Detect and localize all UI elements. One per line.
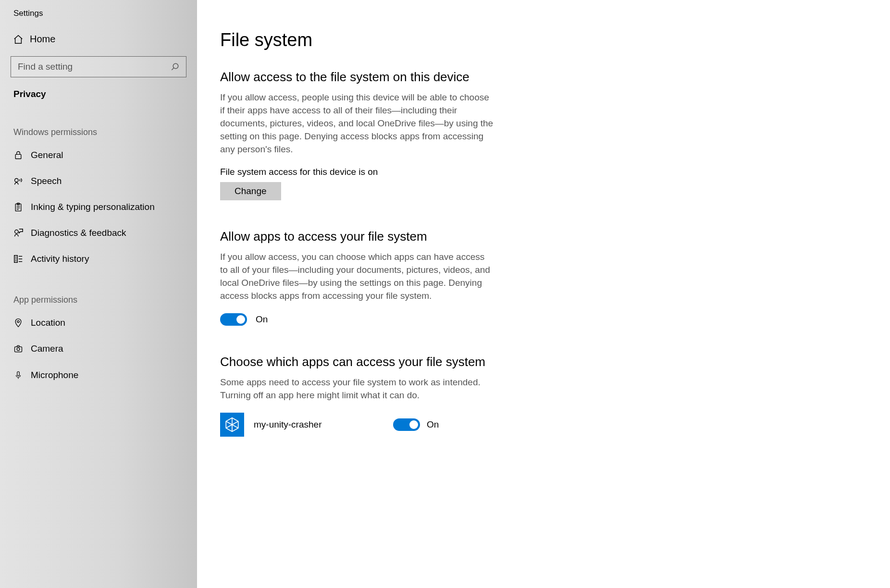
sidebar-item-label: Camera xyxy=(31,343,63,354)
speech-icon xyxy=(11,176,26,186)
section-desc: If you allow access, you can choose whic… xyxy=(220,251,494,303)
sidebar-group-windows-permissions: Windows permissions xyxy=(0,104,197,142)
search-input[interactable] xyxy=(18,61,155,72)
app-toggle[interactable] xyxy=(393,418,420,431)
microphone-icon xyxy=(11,369,26,381)
toggle-state-label: On xyxy=(256,314,268,325)
svg-point-17 xyxy=(17,320,19,322)
sidebar-item-diagnostics[interactable]: Diagnostics & feedback xyxy=(0,220,197,246)
svg-rect-20 xyxy=(17,372,20,376)
section-desc: If you allow access, people using this d… xyxy=(220,91,494,156)
svg-point-0 xyxy=(173,63,178,69)
sidebar-item-speech[interactable]: Speech xyxy=(0,168,197,194)
clipboard-icon xyxy=(11,202,26,212)
lock-icon xyxy=(11,150,26,160)
toggle-knob xyxy=(236,315,245,324)
section-allow-access-device: Allow access to the file system on this … xyxy=(220,70,871,200)
sidebar-item-activity-history[interactable]: Activity history xyxy=(0,246,197,272)
section-title: Allow apps to access your file system xyxy=(220,229,871,244)
sidebar-home-label: Home xyxy=(30,34,55,45)
unity-icon xyxy=(220,413,244,437)
change-button[interactable]: Change xyxy=(220,182,281,200)
sidebar-group-app-permissions: App permissions xyxy=(0,272,197,310)
activity-history-icon xyxy=(11,254,26,264)
app-row: my-unity-crasher On xyxy=(220,413,518,437)
window-title: Settings xyxy=(0,6,197,27)
sidebar-item-label: Microphone xyxy=(31,370,78,380)
sidebar-item-inking[interactable]: Inking & typing personalization xyxy=(0,194,197,220)
svg-point-9 xyxy=(15,230,18,233)
svg-rect-2 xyxy=(15,154,21,159)
search-input-wrap[interactable] xyxy=(11,56,186,77)
svg-point-19 xyxy=(17,348,20,351)
app-name: my-unity-crasher xyxy=(254,419,393,430)
section-choose-apps: Choose which apps can access your file s… xyxy=(220,355,871,437)
section-title: Choose which apps can access your file s… xyxy=(220,355,871,369)
home-icon xyxy=(11,34,26,45)
sidebar-item-label: General xyxy=(31,150,63,160)
section-title: Allow access to the file system on this … xyxy=(220,70,871,85)
svg-point-3 xyxy=(15,179,18,182)
sidebar-item-general[interactable]: General xyxy=(0,142,197,168)
sidebar-item-location[interactable]: Location xyxy=(0,310,197,336)
sidebar-current-section: Privacy xyxy=(0,86,197,104)
feedback-icon xyxy=(11,228,26,238)
page-title: File system xyxy=(220,30,871,50)
sidebar-item-label: Diagnostics & feedback xyxy=(31,228,126,238)
sidebar-item-label: Speech xyxy=(31,176,62,186)
sidebar-home[interactable]: Home xyxy=(0,27,197,51)
section-desc: Some apps need to access your file syste… xyxy=(220,376,494,402)
sidebar-item-label: Location xyxy=(31,318,65,328)
sidebar: Settings Home Privacy Windows pe xyxy=(0,0,197,588)
location-icon xyxy=(11,318,26,328)
toggle-knob xyxy=(409,420,418,429)
sidebar-item-microphone[interactable]: Microphone xyxy=(0,362,197,389)
app-toggle-state-label: On xyxy=(427,419,439,430)
camera-icon xyxy=(11,344,26,354)
sidebar-item-camera[interactable]: Camera xyxy=(0,336,197,362)
section-allow-apps-access: Allow apps to access your file system If… xyxy=(220,229,871,326)
svg-line-1 xyxy=(172,68,174,70)
sidebar-item-label: Inking & typing personalization xyxy=(31,202,155,212)
device-access-status: File system access for this device is on xyxy=(220,167,871,177)
main-content: File system Allow access to the file sys… xyxy=(197,0,890,588)
allow-apps-toggle[interactable] xyxy=(220,313,247,326)
sidebar-item-label: Activity history xyxy=(31,254,89,264)
search-icon xyxy=(171,62,179,71)
